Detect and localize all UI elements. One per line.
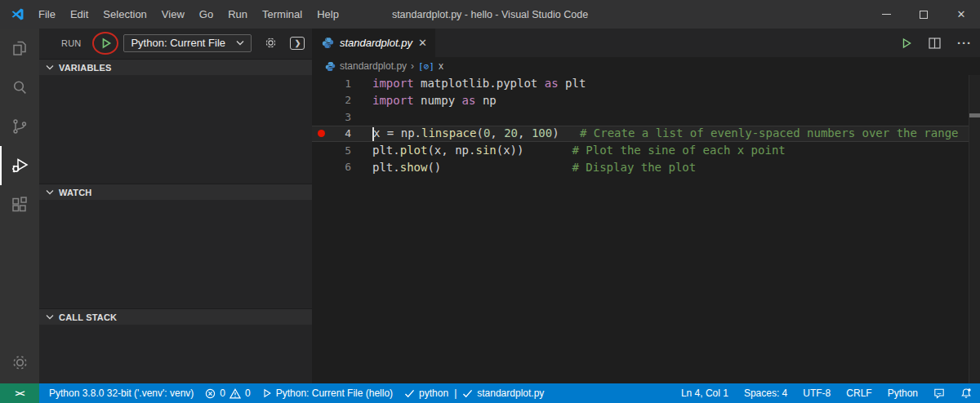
section-title: CALL STACK [59,312,117,322]
python-file-icon [322,37,334,49]
notifications-button[interactable] [960,388,972,399]
close-button[interactable]: ✕ [942,0,980,29]
eol-status[interactable]: CRLF [846,388,871,399]
call-stack-section-header[interactable]: CALL STACK [39,308,312,325]
code-line-2[interactable]: 2import numpy as np [312,92,969,109]
token-pl: numpy [414,94,462,107]
line-number: 2 [330,94,351,106]
run-and-debug-icon [10,155,31,176]
menu-item-selection[interactable]: Selection [96,0,154,29]
code-text: x = np.linspace(0, 20, 100) # Create a l… [372,126,959,141]
warning-count: 0 [245,388,251,399]
breadcrumb-file[interactable]: standardplot.py [340,60,407,72]
debug-toolbar: RUN Python: Current File ❯ [39,29,312,57]
token-pl: ) [552,126,580,140]
python-file-icon [325,61,336,72]
debug-settings-button[interactable] [264,36,278,50]
code-area[interactable]: 1import matplotlib.pyplot as plt2import … [312,75,969,383]
maximize-button[interactable] [905,0,942,29]
close-icon: ✕ [957,8,966,20]
token-pl: matplotlib.pyplot [414,77,545,90]
breadcrumb-symbol[interactable]: x [439,60,443,72]
code-line-1[interactable]: 1import matplotlib.pyplot as plt [312,75,969,92]
sidebar-item-extensions[interactable] [0,185,39,224]
run-icon [901,38,912,49]
file-check-label: standardplot.py [477,388,544,399]
tab-close-icon[interactable]: ✕ [418,37,427,49]
chevron-down-icon [46,314,54,320]
token-pl: , [518,126,532,140]
code-line-6[interactable]: 6plt.show() # Display the plot [312,159,969,176]
line-number: 1 [330,78,351,90]
encoding-status[interactable]: UTF-8 [803,388,831,399]
more-actions-button[interactable]: ··· [957,36,972,50]
remote-indicator[interactable]: >< [0,383,39,403]
watch-section-header[interactable]: WATCH [39,184,312,200]
source-control-icon [10,117,29,136]
sidebar-item-run-and-debug[interactable] [0,146,39,185]
sidebar-item-search[interactable] [0,68,39,107]
token-fn: plot [400,144,428,157]
linter-status[interactable]: python | standardplot.py [404,388,544,399]
variables-section-header[interactable]: VARIABLES [39,59,312,75]
token-pl: (x)) [497,144,572,157]
debug-configuration-dropdown[interactable]: Python: Current File [123,34,252,52]
debug-config-status[interactable]: Python: Current File (hello) [262,388,393,399]
code-line-5[interactable]: 5plt.plot(x, np.sin(x)) # Plot the sine … [312,142,969,159]
python-interpreter-status[interactable]: Python 3.8.0 32-bit ('.venv': venv) [49,388,194,399]
token-pl: plt. [372,144,400,157]
indentation-status[interactable]: Spaces: 4 [744,388,787,399]
debug-start-icon [100,38,112,49]
token-cm: # Create a list of evenly-spaced numbers… [580,126,959,140]
ellipsis-icon: ··· [957,36,972,50]
minimize-icon [882,14,891,15]
problems-status[interactable]: 0 0 [205,388,250,399]
code-line-3[interactable]: 3 [312,108,969,126]
vscode-logo-icon [11,7,24,21]
menu-item-view[interactable]: View [154,0,192,29]
menu-item-edit[interactable]: Edit [63,0,96,29]
check-icon [462,389,473,398]
run-python-file-button[interactable] [901,38,912,49]
token-pl: (x, np. [427,144,475,157]
feedback-button[interactable] [933,388,945,399]
code-line-4[interactable]: 4x = np.linspace(0, 20, 100) # Create a … [312,126,969,143]
status-bar: >< Python 3.8.0 32-bit ('.venv': venv) 0… [0,383,980,403]
debug-console-button[interactable]: ❯ [290,37,305,50]
menu-item-go[interactable]: Go [192,0,220,29]
extensions-icon [10,195,29,215]
manage-button[interactable] [0,353,39,372]
token-num: 100 [532,126,552,140]
menu-item-file[interactable]: File [31,0,63,29]
editor-actions: ··· [901,29,972,57]
start-debugging-button[interactable] [99,36,114,51]
code-text: plt.plot(x, np.sin(x)) # Plot the sine o… [372,144,786,157]
token-fn: linspace [421,126,476,140]
token-fn: sin [475,144,496,157]
breadcrumb[interactable]: standardplot.py › [⊘] x [312,57,980,75]
menu-item-terminal[interactable]: Terminal [255,0,310,29]
editor-scrollbar[interactable] [969,75,980,383]
cursor-position-status[interactable]: Ln 4, Col 1 [681,388,728,399]
menu-item-help[interactable]: Help [310,0,346,29]
error-count: 0 [220,388,225,399]
chevron-right-icon: › [411,60,414,72]
token-pl: np [475,94,496,107]
breakpoint-gutter[interactable] [312,130,330,137]
sidebar-item-source-control[interactable] [0,107,39,146]
tab-standardplot[interactable]: standardplot.py ✕ [312,29,435,57]
debug-configuration-label: Python: Current File [131,37,225,49]
language-mode-status[interactable]: Python [888,388,918,399]
debug-config-label: Python: Current File (hello) [276,388,393,399]
minimize-button[interactable] [867,0,905,29]
split-editor-button[interactable] [929,38,941,49]
tab-label: standardplot.py [340,37,412,49]
token-cm: # Plot the sine of each x point [572,144,785,157]
encoding-label: UTF-8 [803,388,831,399]
menu-item-run[interactable]: Run [220,0,255,29]
bell-icon [960,388,972,399]
search-icon [10,78,29,97]
line-number: 6 [330,161,351,173]
sidebar-item-explorer[interactable] [0,29,39,68]
breakpoint-icon[interactable] [318,130,325,137]
